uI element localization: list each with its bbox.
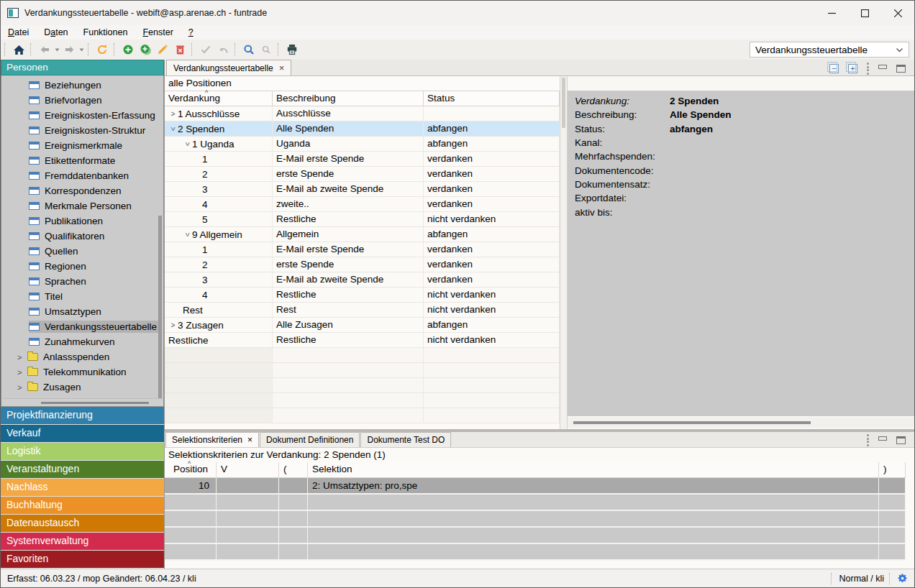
scrollbar-thumb[interactable] bbox=[562, 78, 565, 128]
sidebar-section-nachlass[interactable]: Nachlass bbox=[1, 479, 164, 496]
sidebar-item-zusagen[interactable]: >Zusagen bbox=[1, 380, 163, 395]
sidebar-section-projektfinanzierung[interactable]: Projektfinanzierung bbox=[1, 407, 164, 424]
menu-item-datei[interactable]: Datei bbox=[8, 27, 29, 37]
table-row-empty[interactable] bbox=[165, 408, 560, 423]
chevron-collapsed-icon[interactable]: > bbox=[168, 321, 178, 329]
column-header-status[interactable]: Status bbox=[424, 91, 560, 106]
sidebar-section-buchhaltung[interactable]: Buchhaltung bbox=[1, 497, 164, 514]
panel-maximize-icon[interactable] bbox=[896, 65, 906, 73]
sidebar-item-titel[interactable]: Titel bbox=[1, 289, 163, 304]
search-in-list-button[interactable] bbox=[258, 41, 275, 58]
add-copy-button[interactable] bbox=[137, 41, 154, 58]
table-row[interactable]: RestRestnicht verdanken bbox=[165, 303, 560, 318]
sidebar-section-veranstaltungen[interactable]: Veranstaltungen bbox=[1, 461, 164, 478]
table-row[interactable]: 3E-Mail ab zweite Spendeverdanken bbox=[165, 272, 560, 288]
column-header-position[interactable]: Position^ bbox=[165, 462, 217, 477]
table-row[interactable]: >1 UgandaUgandaabfangen bbox=[165, 137, 560, 152]
table-row[interactable]: >1 AusschlüsseAusschlüsse bbox=[165, 106, 560, 121]
column-header-selektion[interactable]: Selektion bbox=[308, 462, 879, 477]
sidebar-horizontal-scrollbar[interactable] bbox=[1, 398, 164, 407]
tab-verdankungssteuertabelle[interactable]: Verdankungssteuertabelle × bbox=[166, 60, 291, 75]
tab-close-icon[interactable]: × bbox=[279, 65, 285, 72]
sidebar-item-korrespondenzen[interactable]: Korrespondenzen bbox=[1, 183, 163, 198]
toolbar-grip[interactable] bbox=[4, 43, 7, 56]
table-row[interactable]: 1E-Mail erste Spendeverdanken bbox=[165, 152, 560, 167]
sidebar-item-merkmalepersonen[interactable]: Merkmale Personen bbox=[1, 198, 163, 213]
sidebar-item-ereigniskostenstruktur[interactable]: Ereigniskosten-Struktur bbox=[1, 123, 163, 138]
table-row-empty[interactable] bbox=[165, 511, 906, 528]
sidebar-item-fremddatenbanken[interactable]: Fremddatenbanken bbox=[1, 168, 163, 183]
bottom-tab-dokumentdefinitionen[interactable]: Dokument Definitionen bbox=[260, 432, 360, 447]
sidebar-item-publikationen[interactable]: Publikationen bbox=[1, 213, 163, 229]
table-row[interactable]: >2 SpendenAlle Spendenabfangen bbox=[165, 121, 560, 137]
back-button[interactable] bbox=[36, 41, 53, 58]
column-header-beschreibung[interactable]: Beschreibung bbox=[273, 91, 424, 106]
maximize-button[interactable] bbox=[848, 1, 881, 25]
chevron-expanded-icon[interactable]: > bbox=[183, 230, 191, 239]
sidebar-vertical-scrollbar[interactable] bbox=[158, 216, 162, 398]
table-row[interactable]: 2erste Spendeverdanken bbox=[165, 167, 560, 182]
column-header-v[interactable]: V bbox=[217, 462, 279, 477]
menu-item-?[interactable]: ? bbox=[188, 27, 194, 37]
table-row[interactable]: 5Restlichenicht verdanken bbox=[165, 212, 560, 227]
table-row[interactable]: 102: Umsatztypen: pro,spe bbox=[165, 478, 906, 495]
sidebar-item-anlassspenden[interactable]: >Anlassspenden bbox=[1, 349, 163, 364]
panel-menu-icon[interactable] bbox=[867, 433, 869, 448]
collapse-all-icon[interactable]: − bbox=[829, 64, 839, 73]
table-row[interactable]: >3 ZusagenAlle Zusagenabfangen bbox=[165, 318, 560, 333]
table-row-empty[interactable] bbox=[165, 378, 560, 393]
panel-minimize-icon[interactable] bbox=[878, 436, 887, 441]
sidebar-section-datenaustausch[interactable]: Datenaustausch bbox=[1, 515, 164, 532]
menu-item-fenster[interactable]: Fenster bbox=[142, 27, 173, 37]
delete-button[interactable] bbox=[171, 41, 188, 58]
minimize-button[interactable] bbox=[815, 1, 848, 25]
sidebar-section-favoriten[interactable]: Favoriten bbox=[1, 551, 164, 568]
sidebar-item-umsatztypen[interactable]: Umsatztypen bbox=[1, 304, 163, 319]
sidebar-section-verkauf[interactable]: Verkauf bbox=[1, 425, 164, 442]
sidebar-item-beziehungen[interactable]: Beziehungen bbox=[1, 78, 163, 93]
table-row-empty[interactable] bbox=[165, 495, 906, 511]
panel-minimize-icon[interactable] bbox=[878, 65, 887, 69]
sidebar-item-briefvorlagen[interactable]: Briefvorlagen bbox=[1, 93, 163, 108]
table-row-empty[interactable] bbox=[165, 363, 560, 378]
chevron-expanded-icon[interactable]: > bbox=[169, 124, 177, 134]
table-vertical-scrollbar[interactable] bbox=[560, 76, 568, 429]
table-row[interactable]: 4Restlichenicht verdanken bbox=[165, 288, 560, 303]
close-button[interactable] bbox=[881, 1, 914, 25]
sidebar-item-quellen[interactable]: Quellen bbox=[1, 244, 163, 259]
table-row[interactable]: >9 AllgemeinAllgemeinabfangen bbox=[165, 227, 560, 242]
table-row-empty[interactable] bbox=[165, 348, 560, 363]
column-header-paren[interactable]: ) bbox=[879, 462, 906, 477]
table-row[interactable]: 2erste Spendeverdanken bbox=[165, 257, 560, 272]
table-row-empty[interactable] bbox=[165, 393, 560, 408]
bottom-tab-dokumentetestdo[interactable]: Dokumente Test DO bbox=[360, 432, 451, 447]
back-dropdown-button[interactable] bbox=[53, 41, 60, 58]
forward-dropdown-button[interactable] bbox=[78, 41, 85, 58]
sidebar-item-qualifikatoren[interactable]: Qualifikatoren bbox=[1, 229, 163, 244]
view-selector-dropdown[interactable]: Verdankungssteuertabelle bbox=[750, 42, 909, 58]
table-row-empty[interactable] bbox=[165, 544, 906, 561]
column-header-verdankung[interactable]: Verdankung^ bbox=[165, 91, 273, 106]
table-row[interactable]: RestlicheRestlichenicht verdanken bbox=[165, 333, 560, 348]
sidebar-header-personen[interactable]: Personen bbox=[1, 60, 164, 75]
detail-horizontal-scrollbar[interactable] bbox=[568, 418, 914, 428]
sidebar-item-telekommunikation[interactable]: >Telekommunikation bbox=[1, 364, 163, 380]
table-row[interactable]: 4zweite..verdanken bbox=[165, 197, 560, 212]
settings-gear-button[interactable] bbox=[897, 573, 908, 584]
bottom-tab-selektionskriterien[interactable]: Selektionskriterien× bbox=[165, 432, 259, 447]
scrollbar-thumb[interactable] bbox=[573, 421, 811, 424]
refresh-button[interactable] bbox=[94, 41, 111, 58]
search-button[interactable] bbox=[240, 41, 258, 58]
sidebar-item-zunahmekurven[interactable]: Zunahmekurven bbox=[1, 334, 163, 349]
sidebar-section-systemverwaltung[interactable]: Systemverwaltung bbox=[1, 533, 164, 550]
menu-item-funktionen[interactable]: Funktionen bbox=[83, 27, 128, 37]
sidebar-item-ereignismerkmale[interactable]: Ereignismerkmale bbox=[1, 138, 163, 153]
table-row[interactable]: 1E-Mail erste Spendeverdanken bbox=[165, 242, 560, 257]
column-header-paren[interactable]: ( bbox=[279, 462, 308, 477]
table-row-empty[interactable] bbox=[165, 528, 906, 544]
sidebar-item-regionen[interactable]: Regionen bbox=[1, 259, 163, 274]
panel-menu-icon[interactable] bbox=[867, 62, 869, 76]
confirm-button[interactable] bbox=[197, 41, 214, 58]
add-button[interactable] bbox=[119, 41, 137, 58]
menu-item-daten[interactable]: Daten bbox=[44, 27, 68, 37]
